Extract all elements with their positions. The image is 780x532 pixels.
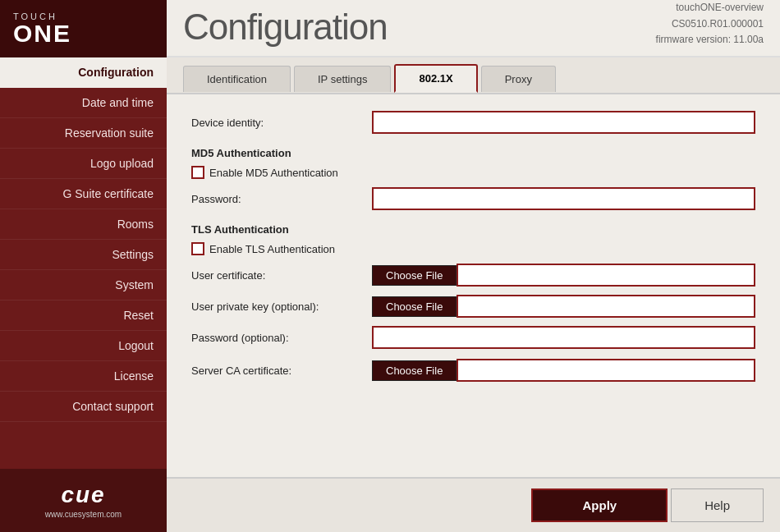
device-name: touchONE-overview	[656, 0, 764, 16]
sidebar-item-logout[interactable]: Logout	[0, 331, 167, 361]
user-cert-label: User certificate:	[191, 269, 372, 282]
md5-section-title: MD5 Authentication	[191, 147, 755, 159]
help-button[interactable]: Help	[671, 488, 764, 522]
sidebar-item-rooms[interactable]: Rooms	[0, 209, 167, 240]
sidebar-item-contact-support[interactable]: Contact support	[0, 392, 167, 422]
enable-md5-row: Enable MD5 Authentication	[191, 166, 755, 179]
tab-802-1x[interactable]: 802.1X	[394, 64, 477, 93]
sidebar-item-reset[interactable]: Reset	[0, 300, 167, 331]
tab-ip-settings[interactable]: IP settings	[294, 66, 391, 92]
sidebar-item-system[interactable]: System	[0, 270, 167, 300]
cue-url: www.cuesystem.com	[13, 510, 154, 519]
cue-logo: cue	[13, 482, 154, 508]
apply-button[interactable]: Apply	[531, 488, 668, 522]
firmware-version: firmware version: 11.00a	[656, 32, 764, 48]
device-identity-row: Device identity:	[191, 111, 755, 134]
user-cert-row: User certificate: Choose File	[191, 264, 755, 287]
user-key-filename[interactable]	[457, 295, 755, 318]
server-ca-row: Server CA certificate: Choose File	[191, 359, 755, 382]
md5-password-row: Password:	[191, 187, 755, 210]
sidebar-item-settings[interactable]: Settings	[0, 240, 167, 270]
enable-tls-label[interactable]: Enable TLS Authentication	[209, 243, 335, 255]
tls-password-input[interactable]	[372, 326, 755, 349]
device-identity-input[interactable]	[372, 111, 755, 134]
enable-tls-checkbox[interactable]	[191, 242, 204, 255]
enable-md5-label[interactable]: Enable MD5 Authentication	[209, 167, 338, 179]
enable-tls-row: Enable TLS Authentication	[191, 242, 755, 255]
main-header: Configuration touchONE-overview CS0510.R…	[167, 0, 780, 57]
tab-proxy[interactable]: Proxy	[481, 66, 556, 92]
server-ca-label: Server CA certificate:	[191, 365, 372, 377]
enable-md5-checkbox[interactable]	[191, 166, 204, 179]
tls-password-row: Password (optional):	[191, 326, 755, 349]
user-key-row: User private key (optional): Choose File	[191, 295, 755, 318]
sidebar-item-reservation-suite[interactable]: Reservation suite	[0, 118, 167, 149]
sidebar-item-date-and-time[interactable]: Date and time	[0, 88, 167, 118]
main-panel: Configuration touchONE-overview CS0510.R…	[167, 0, 780, 532]
sidebar-item-configuration[interactable]: Configuration	[0, 57, 167, 88]
sidebar-nav: Configuration Date and time Reservation …	[0, 57, 167, 469]
header-info: touchONE-overview CS0510.R01.000001 firm…	[656, 0, 764, 48]
md5-password-label: Password:	[191, 193, 372, 205]
server-ca-filename[interactable]	[457, 359, 755, 382]
user-cert-filename[interactable]	[457, 264, 755, 287]
cs-code: CS0510.R01.000001	[656, 16, 764, 32]
server-ca-choose-button[interactable]: Choose File	[372, 360, 457, 381]
user-key-choose-button[interactable]: Choose File	[372, 296, 457, 317]
footer-bar: Apply Help	[167, 477, 780, 532]
tab-bar: Identification IP settings 802.1X Proxy	[167, 57, 780, 94]
tls-section-title: TLS Authentication	[191, 223, 755, 236]
tab-identification[interactable]: Identification	[183, 66, 291, 92]
content-area: Device identity: MD5 Authentication Enab…	[167, 94, 780, 477]
sidebar-footer: cue www.cuesystem.com	[0, 469, 167, 532]
md5-password-input[interactable]	[372, 187, 755, 210]
user-key-label: User private key (optional):	[191, 300, 372, 313]
device-identity-label: Device identity:	[191, 117, 372, 129]
sidebar-logo: touch ONE	[0, 0, 167, 57]
sidebar: touch ONE Configuration Date and time Re…	[0, 0, 167, 532]
sidebar-item-license[interactable]: License	[0, 361, 167, 392]
sidebar-item-logo-upload[interactable]: Logo upload	[0, 149, 167, 179]
sidebar-item-g-suite-certificate[interactable]: G Suite certificate	[0, 179, 167, 209]
brand-one: ONE	[13, 21, 71, 46]
user-cert-choose-button[interactable]: Choose File	[372, 265, 457, 286]
tls-password-label: Password (optional):	[191, 332, 372, 344]
brand-logo: touch ONE	[13, 11, 71, 46]
page-title: Configuration	[183, 7, 388, 48]
